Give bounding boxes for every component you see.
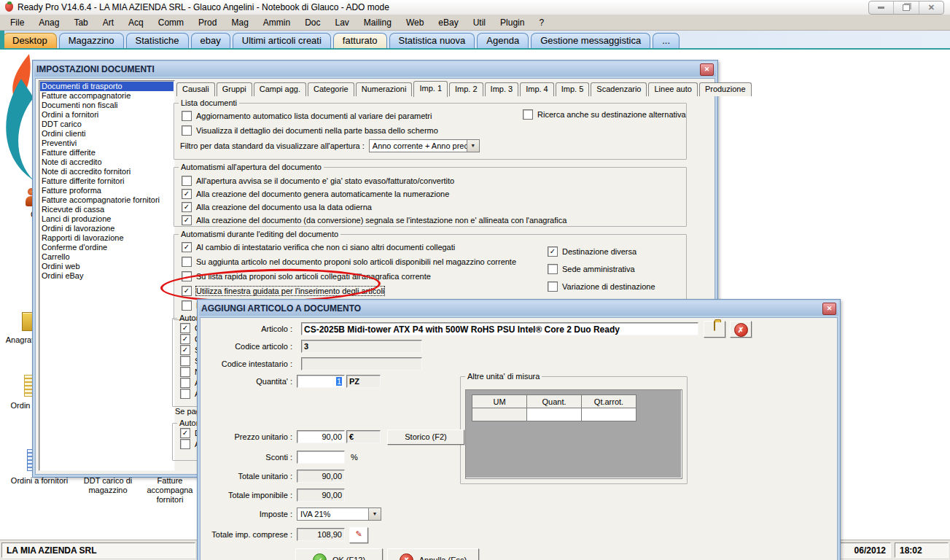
tab-magazzino[interactable]: Magazzino	[59, 33, 124, 48]
ddt-carico-label[interactable]: DDT carico di magazzino	[77, 476, 139, 495]
menu-item-tab[interactable]: Tab	[66, 15, 95, 30]
doc-type-ordini-a-fornitori[interactable]: Ordini a fornitori	[40, 110, 174, 120]
checkbox-al-cambio-di-intestatario-verifica-che-non[interactable]: ✓Al cambio di intestatario verifica che …	[182, 240, 532, 254]
ok-button[interactable]: ✓ OK (F12)	[295, 548, 383, 560]
settings-tab-categorie[interactable]: Categorie	[308, 82, 354, 96]
menu-item-lav[interactable]: Lav	[328, 15, 357, 30]
settings-tab-gruppi[interactable]: Gruppi	[217, 82, 252, 96]
settings-tab-imp-2[interactable]: Imp. 2	[449, 82, 483, 96]
settings-tab-produzione[interactable]: Produzione	[699, 82, 752, 96]
aggiungi-close-button[interactable]: ✕	[822, 303, 836, 315]
tab-gestione-messaggistica[interactable]: Gestione messaggistica	[531, 33, 650, 48]
restore-button[interactable]	[894, 1, 919, 14]
quantita-field[interactable]: 1	[297, 375, 345, 388]
unita-misura-field[interactable]: PZ	[346, 375, 381, 388]
checkbox-ricerca-destinazione-alternativa[interactable]: Ricerca anche su destinazione alternativ…	[523, 107, 686, 122]
doc-type-ordini-ebay[interactable]: Ordini eBay	[40, 271, 174, 281]
menu-item-acq[interactable]: Acq	[121, 15, 151, 30]
menu-item-comm[interactable]: Comm	[151, 15, 191, 30]
doc-type-note-di-accredito[interactable]: Note di accredito	[40, 158, 174, 167]
doc-type-lanci-di-produzione[interactable]: Lanci di produzione	[40, 214, 174, 224]
doc-type-conferme-d-ordine[interactable]: Conferme d'ordine	[40, 243, 174, 252]
settings-tab-imp-1[interactable]: Imp. 1	[413, 81, 448, 97]
checkbox-sede-amministrativa[interactable]: Sede amministrativa	[548, 260, 655, 278]
checkbox-utilizza-finestra-guidata-per-l-inseriment[interactable]: ✓Utilizza finestra guidata per l'inserim…	[182, 284, 532, 298]
doc-type-ricevute-di-cassa[interactable]: Ricevute di cassa	[40, 205, 174, 214]
storico-button[interactable]: Storico (F2)	[387, 429, 464, 445]
settings-tab-scadenzario[interactable]: Scadenzario	[591, 82, 647, 96]
minimize-button[interactable]	[869, 1, 894, 14]
document-type-list[interactable]: Documenti di trasportoFatture accompagna…	[39, 80, 175, 471]
settings-tab-causali[interactable]: Causali	[176, 82, 215, 96]
checkbox-su-lista-rapida-proponi-solo-articoli-coll[interactable]: Su lista rapida proponi solo articoli co…	[182, 269, 532, 284]
doc-type-documenti-non-fiscali[interactable]: Documenti non fiscali	[40, 101, 174, 110]
menu-item-anag[interactable]: Anag	[31, 15, 66, 30]
checkbox-aggiornamento-automatico-lista-documenti-a[interactable]: Aggiornamento automatico lista documenti…	[182, 109, 438, 123]
clear-articolo-button[interactable]: ✗	[730, 321, 752, 338]
impostazioni-titlebar[interactable]: IMPOSTAZIONI DOCUMENTI ✕	[34, 62, 716, 77]
checkbox-visualizza-il-dettaglio-dei-documenti-nell[interactable]: Visualizza il dettaglio dei documenti ne…	[182, 123, 438, 138]
imposte-combobox[interactable]: IVA 21% ▼	[297, 508, 381, 521]
settings-tab-numerazioni[interactable]: Numerazioni	[356, 82, 413, 96]
doc-type-fatture-accompagnatorie-fornitori[interactable]: Fatture accompagnatorie fornitori	[40, 195, 174, 205]
checkbox-alla-creazione-del-documento-da-conversion[interactable]: ✓Alla creazione del documento (da conver…	[182, 214, 567, 227]
menu-item-util[interactable]: Util	[466, 15, 493, 30]
menu-item-web[interactable]: Web	[399, 15, 431, 30]
altre-um-empty-row[interactable]	[472, 408, 636, 421]
menu-item-mailing[interactable]: Mailing	[357, 15, 399, 30]
menu-item-file[interactable]: File	[3, 15, 31, 30]
settings-tab-imp-3[interactable]: Imp. 3	[485, 82, 519, 96]
checkbox-all-apertura-avvisa-se-il-documento-e-gia-[interactable]: All'apertura avvisa se il documento e' g…	[182, 174, 567, 187]
tab-item[interactable]: ...	[653, 33, 680, 48]
settings-tab-linee-auto[interactable]: Linee auto	[648, 82, 697, 96]
chevron-down-icon[interactable]: ▼	[368, 508, 381, 520]
menu-item-ebay[interactable]: eBay	[431, 15, 465, 30]
tab-fatturato[interactable]: fatturato	[333, 33, 387, 48]
filtro-data-combobox[interactable]: Anno corrente + Anno precedente ▼	[369, 139, 480, 152]
doc-type-carrello[interactable]: Carrello	[40, 252, 174, 262]
fatture-accompagnatorie-label[interactable]: Fatture accompagna fornitori	[143, 476, 197, 505]
settings-tab-imp-5[interactable]: Imp. 5	[556, 82, 590, 96]
menu-item-art[interactable]: Art	[96, 15, 121, 30]
tab-statistiche[interactable]: Statistiche	[126, 33, 189, 48]
codice-articolo-field[interactable]: 3	[301, 340, 422, 353]
close-button[interactable]: ✕	[919, 1, 943, 14]
checkbox-alla-creazione-del-documento-usa-la-data-o[interactable]: ✓Alla creazione del documento usa la dat…	[182, 201, 567, 214]
articolo-field[interactable]: CS-2025B Midi-tower ATX P4 with 500W RoH…	[301, 322, 698, 335]
checkbox-variazione-di-destinazione[interactable]: Variazione di destinazione	[548, 278, 655, 295]
codice-intestatario-field[interactable]	[301, 357, 422, 370]
doc-type-rapporti-di-lavorazione[interactable]: Rapporti di lavorazione	[40, 233, 174, 243]
doc-type-ordini-web[interactable]: Ordini web	[40, 262, 174, 271]
doc-type-note-di-accredito-fornitori[interactable]: Note di accredito fornitori	[40, 167, 174, 176]
prezzo-unitario-field[interactable]: 90,00	[297, 430, 345, 443]
menu-item-doc[interactable]: Doc	[297, 15, 327, 30]
doc-type-ddt-carico[interactable]: DDT carico	[40, 120, 174, 129]
doc-type-documenti-di-trasporto[interactable]: Documenti di trasporto	[40, 82, 174, 91]
checkbox-alla-creazione-del-documento-genera-automa[interactable]: ✓Alla creazione del documento genera aut…	[182, 187, 567, 201]
checkbox-destinazione-diversa[interactable]: ✓Destinazione diversa	[548, 243, 655, 260]
tab-agenda[interactable]: Agenda	[477, 33, 529, 48]
tab-desktop[interactable]: Desktop	[3, 33, 57, 48]
menu-item-prod[interactable]: Prod	[191, 15, 224, 30]
doc-type-ordini-di-lavorazione[interactable]: Ordini di lavorazione	[40, 224, 174, 233]
aggiungi-titlebar[interactable]: AGGIUNGI ARTICOLO A DOCUMENTO ✕	[199, 301, 838, 316]
tab-statistica-nuova[interactable]: Statistica nuova	[389, 33, 475, 48]
doc-type-preventivi[interactable]: Preventivi	[40, 139, 174, 148]
settings-tab-imp-4[interactable]: Imp. 4	[520, 82, 554, 96]
sconti-field[interactable]	[297, 451, 345, 464]
doc-type-fatture-proforma[interactable]: Fatture proforma	[40, 186, 174, 195]
doc-type-fatture-accompagnatorie[interactable]: Fatture accompagnatorie	[40, 91, 174, 101]
altre-um-table[interactable]: UMQuant.Qt.arrot.	[472, 394, 636, 421]
checkbox-su-aggiunta-articolo-nel-documento-proponi[interactable]: Su aggiunta articolo nel documento propo…	[182, 254, 532, 269]
menu-item-mag[interactable]: Mag	[224, 15, 255, 30]
menu-item-plugin[interactable]: Plugin	[493, 15, 532, 30]
doc-type-fatture-differite[interactable]: Fatture differite	[40, 148, 174, 158]
tab-ebay[interactable]: ebay	[191, 33, 230, 48]
tab-ultimi-articoli-creati[interactable]: Ultimi articoli creati	[233, 33, 331, 48]
doc-type-fatture-differite-fornitori[interactable]: Fatture differite fornitori	[40, 176, 174, 186]
menu-item-help[interactable]: ?	[532, 15, 551, 30]
edit-totale-button[interactable]: ✎	[349, 527, 368, 543]
chevron-down-icon[interactable]: ▼	[467, 140, 479, 152]
menu-item-ammin[interactable]: Ammin	[256, 15, 297, 30]
settings-tab-campi-agg[interactable]: Campi agg.	[254, 82, 306, 96]
